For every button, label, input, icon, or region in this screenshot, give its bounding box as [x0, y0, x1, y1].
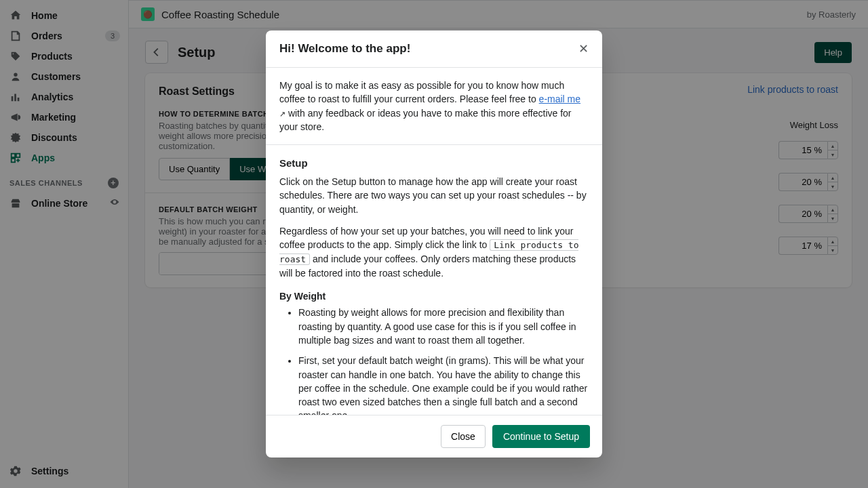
by-weight-heading: By Weight [279, 289, 589, 303]
close-icon[interactable]: ✕ [578, 41, 589, 56]
weight-li1: Roasting by weight allows for more preci… [298, 306, 589, 347]
intro-text-b: with any feedback or ideas you have to m… [279, 108, 572, 132]
setup-heading: Setup [279, 156, 589, 171]
setup-p2b: and include your coffees. Only orders ma… [279, 253, 576, 279]
email-link[interactable]: e-mail me [539, 94, 580, 104]
modal-overlay: Hi! Welcome to the app! ✕ My goal is to … [0, 0, 868, 488]
external-link-icon: ↗ [279, 110, 285, 118]
setup-p1: Click on the Setup button to manage how … [279, 175, 589, 216]
weight-li2: First, set your default batch weight (in… [298, 354, 589, 415]
intro-text-a: My goal is to make it as easy as possibl… [279, 80, 564, 104]
welcome-modal: Hi! Welcome to the app! ✕ My goal is to … [266, 30, 602, 458]
modal-body: My goal is to make it as easy as possibl… [266, 68, 602, 415]
by-weight-list: Roasting by weight allows for more preci… [279, 306, 589, 415]
modal-title: Hi! Welcome to the app! [279, 42, 410, 56]
modal-continue-button[interactable]: Continue to Setup [492, 425, 590, 448]
modal-close-button[interactable]: Close [441, 425, 486, 448]
